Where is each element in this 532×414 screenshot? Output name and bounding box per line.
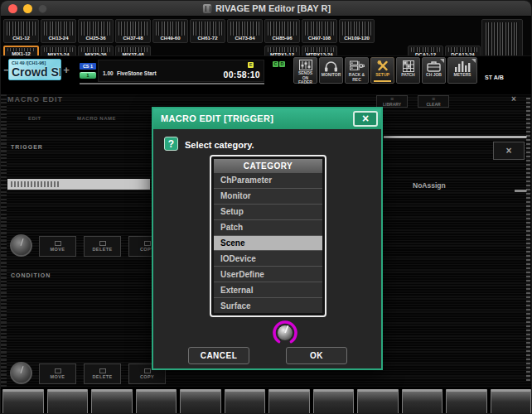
fader-strip-block: [357, 389, 399, 414]
master-meter-block[interactable]: [481, 19, 523, 59]
channel-meters: [230, 22, 259, 36]
macro-edit-trigger-dialog: MACRO EDIT [TRIGGER] × ? Select category…: [152, 107, 383, 370]
app-icon: [203, 4, 211, 13]
button-icon: [144, 241, 151, 246]
selected-trigger-row: [7, 179, 150, 190]
channel-bank-row-1: CH1-12 CH13-24 CH25-36 CH37-48 CH49-60 C…: [3, 19, 375, 43]
category-list-item[interactable]: IODevice: [214, 250, 322, 266]
button-icon: [99, 368, 106, 373]
noassign-label: NoAssign: [413, 181, 446, 190]
channel-increment-button[interactable]: +: [62, 65, 70, 76]
category-list-item[interactable]: Monitor: [214, 188, 322, 204]
channel-meters: [268, 22, 297, 36]
st-ab-label[interactable]: ST A/B: [485, 75, 504, 80]
setup-button[interactable]: SETUP: [370, 57, 394, 84]
channel-bank-button[interactable]: CH85-96: [264, 19, 300, 43]
channel-bank-button[interactable]: CH73-84: [227, 19, 263, 43]
scene-display[interactable]: 1.00 FiveStone Start E 00:58:10: [98, 60, 264, 82]
selected-channel-display[interactable]: CH 49 /[CH1-96] Crowd SL: [8, 59, 61, 80]
monitor-button[interactable]: MONITOR: [319, 57, 343, 84]
ch-job-button[interactable]: CH JOB: [422, 57, 446, 84]
fader-strip-block: [180, 389, 221, 414]
assign-delete-icon: ×: [493, 142, 525, 160]
channel-bank-button[interactable]: CH37-48: [115, 19, 151, 43]
channel-bank-button[interactable]: CH25-36: [78, 19, 114, 43]
channel-meters: [118, 22, 148, 36]
dialog-close-button[interactable]: ×: [353, 111, 378, 127]
category-list-item[interactable]: ChParameter: [214, 173, 322, 188]
category-list-item[interactable]: External: [214, 282, 322, 297]
dialog-titlebar[interactable]: MACRO EDIT [TRIGGER] ×: [153, 108, 381, 129]
trigger-row-buttons: MOVE DELETE COPY: [39, 236, 166, 257]
cancel-button[interactable]: CANCEL: [188, 347, 249, 364]
trigger-row-button: MOVE: [39, 236, 76, 257]
macro-name-label: MACRO NAME: [77, 116, 116, 121]
rack-and-rec-button[interactable]: RACK & REC: [345, 57, 369, 84]
condition-row-button: MOVE: [39, 363, 76, 384]
fader-strip-block: [446, 389, 487, 414]
trigger-scroll-knob: [10, 234, 32, 257]
list-scroll-marker: [515, 190, 527, 192]
category-list-header: CATEGORY: [214, 159, 322, 173]
channel-meters: [342, 22, 371, 36]
control-surface-value-button[interactable]: 1: [80, 72, 96, 79]
trigger-row-button: DELETE: [84, 236, 121, 257]
sends-on-fader-button[interactable]: SENDS ON FADER: [293, 57, 317, 84]
fader-strip-block: [225, 389, 266, 414]
control-surface-badge: CS 1: [80, 63, 96, 70]
menu-corner-icon: [472, 59, 476, 63]
scene-edit-badge: E: [248, 62, 254, 68]
channel-bank-button[interactable]: CH97-108: [302, 19, 337, 43]
rivage-pm-editor-window: RIVAGE PM Editor [BAY R] CH1-12 CH13-24 …: [0, 0, 532, 414]
right-scrollbar: [526, 98, 530, 381]
selected-channel-name: Crowd SL: [12, 65, 58, 79]
tools-icon: [376, 60, 389, 72]
bottom-fader-strip: [1, 388, 532, 414]
close-window-icon[interactable]: [8, 4, 17, 13]
headphones-icon: [324, 60, 338, 72]
timecode: 00:58:10: [224, 70, 260, 79]
scene-progress-bar: [80, 83, 264, 84]
assign-list-header-line: [384, 136, 527, 138]
status-badge-d: D: [279, 61, 285, 67]
library-button: LIBRARY: [376, 95, 408, 108]
macro-edit-screen-title: MACRO EDIT: [7, 95, 63, 104]
category-list-item[interactable]: Setup: [214, 204, 322, 219]
macro-edit-close-icon: ×: [511, 94, 516, 104]
channel-meters: [193, 22, 222, 36]
category-list: CATEGORY ChParameterMonitorSetupPatchSce…: [210, 155, 326, 317]
fader-strip-block: [268, 389, 310, 414]
ok-button[interactable]: OK: [286, 347, 347, 364]
channel-bank-button[interactable]: CH13-24: [41, 19, 76, 43]
rack-recorder-icon: [350, 60, 365, 72]
meters-button[interactable]: METERS: [447, 57, 477, 84]
help-icon: ?: [164, 137, 178, 151]
category-select-knob[interactable]: [271, 319, 299, 347]
button-icon: [144, 368, 151, 373]
fader-strip-block: [136, 389, 177, 414]
category-list-item[interactable]: Surface: [214, 297, 322, 313]
channel-bank-button[interactable]: CH109-120: [339, 19, 375, 43]
minimize-window-icon[interactable]: [23, 4, 32, 13]
condition-scroll-knob: [10, 362, 32, 384]
channel-bank-button[interactable]: CH61-72: [190, 19, 225, 43]
edit-label: EDIT: [28, 116, 41, 121]
channel-meters: [7, 22, 36, 36]
meters-icon: [454, 60, 471, 72]
menu-corner-icon: [440, 59, 444, 63]
button-icon: [99, 241, 106, 246]
category-list-item[interactable]: Scene: [214, 235, 322, 251]
patch-button[interactable]: PATCH: [396, 57, 420, 84]
main-toolbar: − CH 49 /[CH1-96] Crowd SL + CS 1 1 1.00…: [1, 55, 532, 94]
fader-strip-block: [402, 389, 443, 414]
toolbar-buttons: SENDS ON FADER MONITOR RACK & REC SETUP: [293, 57, 477, 84]
status-badge-c: C: [273, 61, 278, 67]
fader-strip-block: [2, 389, 44, 414]
category-list-item[interactable]: Patch: [214, 219, 322, 235]
channel-meters: [81, 22, 110, 36]
window-title: RIVAGE PM Editor [BAY R]: [203, 3, 331, 13]
channel-bank-button[interactable]: CH49-60: [152, 19, 188, 43]
channel-bank-button[interactable]: CH1-12: [3, 19, 39, 43]
patch-grid-icon: [403, 60, 414, 72]
category-list-item[interactable]: UserDefine: [214, 266, 322, 282]
